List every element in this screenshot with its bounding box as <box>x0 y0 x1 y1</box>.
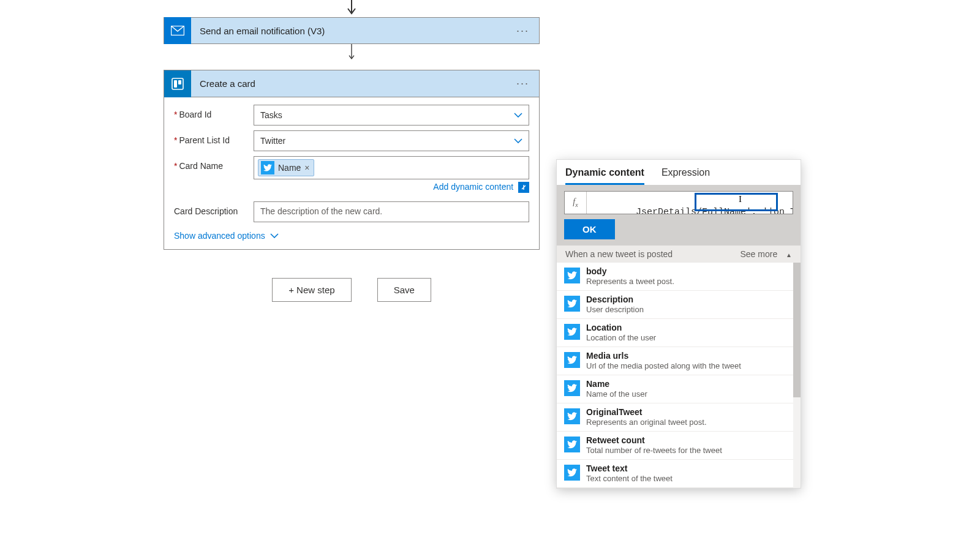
ok-button[interactable]: OK <box>564 219 615 239</box>
list-select[interactable]: Twitter <box>254 130 529 151</box>
twitter-icon <box>564 268 580 283</box>
dc-item[interactable]: Media urlsUrl of the media posted along … <box>557 347 801 375</box>
expression-input[interactable]: fx JserDetails/FullName', '|on Twitter')… <box>564 191 793 214</box>
expression-area: fx JserDetails/FullName', '|on Twitter')… <box>557 185 801 246</box>
step-create-card: Create a card ··· Board Id Tasks Parent … <box>164 70 540 250</box>
dc-tabs: Dynamic content Expression <box>557 160 801 185</box>
dc-item[interactable]: NameName of the user <box>557 375 801 403</box>
dc-item[interactable]: Tweet textText content of the tweet <box>557 460 801 488</box>
flow-canvas: Send an email notification (V3) ··· Crea… <box>164 0 540 302</box>
description-input[interactable]: The description of the new card. <box>254 201 529 222</box>
twitter-icon <box>261 161 274 174</box>
dynamic-content-panel: Dynamic content Expression fx JserDetail… <box>557 160 801 488</box>
add-dynamic-content-icon[interactable] <box>518 182 529 193</box>
tab-expression[interactable]: Expression <box>662 167 710 185</box>
twitter-icon <box>564 465 580 481</box>
chevron-down-icon <box>514 138 522 143</box>
trello-icon <box>164 70 191 97</box>
dc-item-desc: Represents an original tweet post. <box>586 418 707 427</box>
step-send-email[interactable]: Send an email notification (V3) ··· <box>164 17 540 44</box>
caret-up-icon: ▲ <box>786 252 792 258</box>
dc-item-title: Tweet text <box>586 463 673 473</box>
tab-dynamic-content[interactable]: Dynamic content <box>565 167 644 185</box>
cardname-input[interactable]: Name × <box>254 156 529 179</box>
svg-rect-4 <box>174 80 177 88</box>
dc-item[interactable]: Retweet countTotal number of re-tweets f… <box>557 432 801 460</box>
dc-item-desc: Total number of re-tweets for the tweet <box>586 446 722 455</box>
flow-arrow <box>164 0 540 17</box>
twitter-icon <box>564 296 580 312</box>
dynamic-token-name[interactable]: Name × <box>258 159 314 176</box>
dc-item-list: bodyRepresents a tweet post.DescriptionU… <box>557 263 801 488</box>
twitter-icon <box>564 352 580 368</box>
new-step-button[interactable]: + New step <box>272 278 351 302</box>
add-dynamic-content-link[interactable]: Add dynamic content <box>433 182 513 192</box>
dc-item-title: Location <box>586 323 656 332</box>
dc-item-title: Description <box>586 294 644 304</box>
dc-group-header[interactable]: When a new tweet is posted See more ▲ <box>557 246 801 263</box>
twitter-icon <box>564 324 580 340</box>
dc-item[interactable]: LocationLocation of the user <box>557 319 801 347</box>
chevron-down-icon <box>270 233 279 238</box>
dc-item-desc: Text content of the tweet <box>586 474 673 483</box>
list-value: Twitter <box>260 136 285 146</box>
scrollbar-thumb[interactable] <box>793 263 801 397</box>
dc-item-desc: Name of the user <box>586 389 647 399</box>
field-label-list: Parent List Id <box>174 130 254 145</box>
step-menu-button[interactable]: ··· <box>507 77 539 90</box>
board-select[interactable]: Tasks <box>254 105 529 126</box>
dc-group-title: When a new tweet is posted <box>565 249 673 259</box>
step-title: Create a card <box>200 78 498 89</box>
dc-item-title: Name <box>586 379 647 389</box>
scrollbar-track[interactable] <box>793 263 801 488</box>
field-label-cardname: Card Name <box>174 156 254 171</box>
dc-item[interactable]: OriginalTweetRepresents an original twee… <box>557 403 801 432</box>
chevron-down-icon <box>514 113 522 118</box>
field-label-board: Board Id <box>174 105 254 119</box>
dc-item[interactable]: bodyRepresents a tweet post. <box>557 263 801 291</box>
dc-item-desc: Represents a tweet post. <box>586 277 674 286</box>
text-cursor-icon: I <box>739 194 742 204</box>
show-advanced-link[interactable]: Show advanced options <box>174 231 279 241</box>
twitter-icon <box>564 380 580 396</box>
flow-arrow <box>164 44 540 70</box>
field-label-desc: Card Description <box>174 201 254 216</box>
dc-item-desc: User description <box>586 305 644 314</box>
twitter-icon <box>564 437 580 452</box>
see-more-link[interactable]: See more <box>741 249 778 259</box>
dc-item-desc: Location of the user <box>586 333 656 342</box>
token-label: Name <box>278 163 301 173</box>
dc-item-title: OriginalTweet <box>586 407 707 417</box>
mail-icon <box>164 17 191 44</box>
step-title: Send an email notification (V3) <box>200 26 498 36</box>
token-remove-icon[interactable]: × <box>304 163 309 173</box>
dc-item-title: Retweet count <box>586 435 722 445</box>
dc-item-title: body <box>586 266 674 276</box>
twitter-icon <box>564 408 580 424</box>
step-body: Board Id Tasks Parent List Id Twitter <box>164 97 539 249</box>
step-menu-button[interactable]: ··· <box>507 24 539 37</box>
svg-rect-3 <box>172 78 183 89</box>
svg-rect-5 <box>178 80 181 84</box>
board-value: Tasks <box>260 110 282 120</box>
dc-item-desc: Url of the media posted along with the t… <box>586 361 741 370</box>
canvas-footer: + New step Save <box>164 278 540 302</box>
save-button[interactable]: Save <box>377 278 431 302</box>
step-header[interactable]: Create a card ··· <box>164 70 539 97</box>
dc-item[interactable]: DescriptionUser description <box>557 291 801 319</box>
expression-text[interactable]: JserDetails/FullName', '|on Twitter') I <box>587 192 793 214</box>
fx-icon: fx <box>565 192 587 214</box>
dc-item-title: Media urls <box>586 351 741 361</box>
